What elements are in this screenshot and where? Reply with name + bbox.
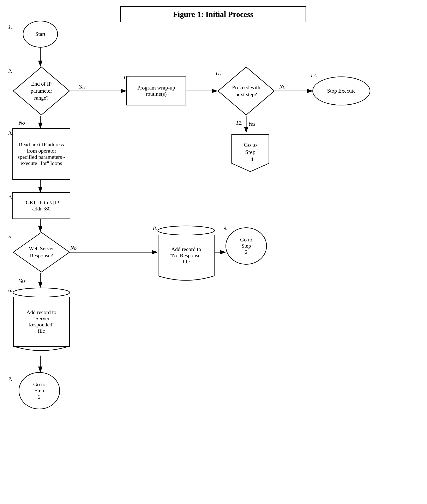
step4-label: "GET" http://[IPaddr]:80: [23, 200, 59, 212]
shape-step6: Add record to"ServerResponded"file: [12, 287, 70, 352]
step-num-13: 13.: [310, 72, 317, 79]
shape-step3: Read next IP addressfrom operatorspecifi…: [12, 128, 70, 180]
shape-step9: Go to Step 2: [226, 227, 267, 265]
step-num-12: 12.: [236, 120, 243, 126]
start-label: Start: [35, 31, 45, 37]
step13-label: Stop Execute: [327, 88, 356, 94]
label-no-2-3: No: [19, 120, 25, 126]
svg-text:Go to: Go to: [244, 142, 257, 148]
shape-step11: Proceed withnext step?: [217, 66, 275, 116]
label-no-11-13: No: [279, 84, 285, 90]
shape-step12: Go to Step 14: [230, 132, 271, 174]
step6-label: Add record to"ServerResponded"file: [26, 309, 56, 334]
shape-step13: Stop Execute: [313, 76, 370, 105]
step10-label: Program wrap-uproutine(s): [137, 85, 175, 97]
step-num-6: 6.: [8, 287, 12, 294]
title-text: Figure 1: Initial Process: [173, 10, 253, 19]
step-num-9: 9.: [223, 225, 228, 231]
step9-label: Go to Step 2: [240, 237, 252, 255]
step8-label: Add record to"No Response"file: [170, 246, 203, 265]
svg-point-16: [158, 226, 214, 235]
shape-step7: Go to Step 2: [19, 372, 60, 409]
page: Figure 1: Initial Process: [0, 0, 427, 504]
step3-label: Read next IP addressfrom operatorspecifi…: [18, 142, 65, 166]
step-num-3: 3.: [8, 130, 12, 136]
shape-step8: Add record to"No Response"file: [157, 225, 215, 282]
label-no-5-8: No: [70, 245, 76, 251]
step-num-5: 5.: [8, 234, 12, 240]
step2-label: End of IPparameterrange?: [24, 81, 59, 101]
step-num-7: 7.: [8, 376, 12, 382]
shape-step5: Web ServerResponse?: [12, 231, 70, 273]
figure-title: Figure 1: Initial Process: [120, 6, 306, 22]
label-yes-11-12: Yes: [248, 121, 255, 127]
label-yes-5-6: Yes: [19, 278, 26, 284]
step-num-8: 8.: [153, 225, 157, 231]
step-num-1: 1.: [8, 24, 12, 30]
shape-start: Start: [23, 21, 58, 48]
svg-text:14: 14: [247, 156, 253, 163]
label-yes-2-10: Yes: [79, 84, 86, 90]
svg-point-15: [13, 288, 70, 297]
step7-label: Go to Step 2: [33, 381, 46, 400]
shape-step10: Program wrap-uproutine(s): [126, 76, 186, 105]
step-num-4: 4.: [8, 194, 12, 200]
step11-label: Proceed withnext step?: [229, 84, 264, 98]
svg-text:Step: Step: [245, 149, 255, 155]
step-num-2: 2.: [8, 68, 12, 74]
shape-step4: "GET" http://[IPaddr]:80: [12, 192, 70, 219]
shape-step2: End of IPparameterrange?: [12, 66, 70, 116]
step5-label: Web ServerResponse?: [24, 245, 59, 259]
